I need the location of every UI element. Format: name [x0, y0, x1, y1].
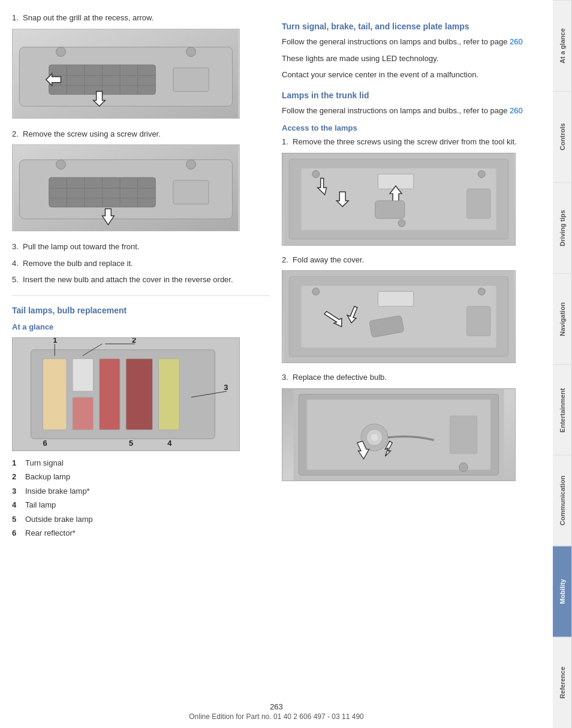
step-5-text: 5. Insert the new bulb and attach the co… — [12, 274, 270, 286]
legend-list: 1 Turn signal 2 Backup lamp 3 Inside bra… — [12, 457, 270, 539]
svg-rect-77 — [450, 416, 477, 454]
svg-text:6: 6 — [43, 439, 47, 448]
divider — [12, 295, 270, 296]
sidebar-tab-entertainment[interactable]: Entertainment — [553, 364, 572, 455]
at-a-glance-image: 1 2 3 6 5 4 — [12, 337, 240, 451]
legend-item-2: 2 Backup lamp — [12, 471, 270, 483]
svg-point-63 — [312, 288, 320, 295]
legend-item-1: 1 Turn signal — [12, 457, 270, 469]
legend-item-3: 3 Inside brake lamp* — [12, 485, 270, 497]
access-step-1-text: 1. Remove the three screws using the scr… — [282, 136, 541, 148]
svg-text:3: 3 — [224, 383, 228, 392]
svg-point-53 — [398, 219, 405, 226]
at-a-glance-heading: At a glance — [12, 322, 270, 331]
svg-point-74 — [371, 433, 378, 441]
sidebar-tab-mobility[interactable]: Mobility — [553, 546, 572, 637]
page-container: 1. Snap out the grill at the recess, arr… — [0, 0, 572, 728]
svg-rect-68 — [467, 306, 490, 336]
svg-rect-35 — [126, 358, 153, 430]
sidebar-tabs: At a glance Controls Driving tips Naviga… — [553, 0, 572, 728]
page-footer: 263 Online Edition for Part no. 01 40 2 … — [0, 702, 553, 721]
svg-point-52 — [478, 170, 485, 177]
svg-rect-32 — [73, 358, 94, 391]
svg-rect-33 — [73, 397, 94, 429]
svg-text:2: 2 — [132, 338, 136, 345]
step-4-text: 4. Remove the bulb and replace it. — [12, 258, 270, 270]
left-column: 1. Snap out the grill at the recess, arr… — [12, 12, 270, 704]
sidebar-tab-communication[interactable]: Communication — [553, 455, 572, 546]
sidebar-tab-driving-tips[interactable]: Driving tips — [553, 182, 572, 273]
right-column: Turn signal, brake, tail, and license pl… — [282, 12, 541, 704]
trunk-image-1 — [282, 153, 516, 246]
access-step-3-text: 3. Replace the defective bulb. — [282, 371, 541, 383]
sidebar-tab-navigation[interactable]: Navigation — [553, 273, 572, 364]
tail-lamps-heading: Tail lamps, bulb replacement — [12, 306, 270, 315]
svg-point-11 — [56, 47, 66, 56]
legend-item-4: 4 Tail lamp — [12, 499, 270, 511]
trunk-image-3 — [282, 388, 516, 481]
turn-signal-body2: These lights are made using LED technolo… — [282, 53, 541, 65]
svg-rect-10 — [173, 68, 209, 91]
svg-rect-62 — [378, 292, 413, 307]
svg-point-12 — [186, 47, 196, 56]
trunk-lid-body: Follow the general instructions on lamps… — [282, 105, 541, 117]
page-number: 263 — [0, 702, 553, 711]
turn-signal-body3: Contact your service center in the event… — [282, 69, 541, 81]
legend-item-6: 6 Rear reflector* — [12, 527, 270, 539]
page-link-2[interactable]: 260 — [510, 106, 523, 115]
access-step-2-text: 2. Fold away the cover. — [282, 254, 541, 266]
turn-signal-body1: Follow the general instructions on lamps… — [282, 36, 541, 48]
svg-rect-34 — [99, 358, 120, 430]
svg-point-64 — [478, 288, 485, 295]
main-content: 1. Snap out the grill at the recess, arr… — [0, 0, 553, 728]
step-1-image — [12, 29, 240, 119]
step-1-text: 1. Snap out the grill at the recess, arr… — [12, 12, 270, 24]
svg-rect-31 — [43, 358, 67, 430]
svg-rect-57 — [375, 200, 405, 218]
step-2-text: 2. Remove the screw using a screw driver… — [12, 128, 270, 140]
svg-text:1: 1 — [53, 338, 57, 345]
trunk-lid-heading: Lamps in the trunk lid — [282, 90, 541, 100]
legend-item-5: 5 Outside brake lamp — [12, 513, 270, 525]
sidebar-tab-reference[interactable]: Reference — [553, 637, 572, 728]
sidebar-tab-at-a-glance[interactable]: At a glance — [553, 0, 572, 91]
page-link-1[interactable]: 260 — [510, 37, 523, 46]
svg-point-78 — [459, 463, 468, 471]
step-2-image — [12, 144, 240, 231]
svg-rect-36 — [158, 358, 179, 430]
trunk-image-2 — [282, 270, 516, 363]
sidebar-tab-controls[interactable]: Controls — [553, 91, 572, 182]
access-heading: Access to the lamps — [282, 123, 541, 132]
svg-point-51 — [312, 170, 320, 177]
svg-rect-25 — [173, 180, 209, 204]
svg-point-26 — [56, 160, 66, 170]
footer-text: Online Edition for Part no. 01 40 2 606 … — [0, 712, 553, 721]
svg-text:4: 4 — [167, 439, 172, 448]
svg-rect-58 — [467, 189, 490, 218]
step-3-text: 3. Pull the lamp out toward the front. — [12, 241, 270, 253]
turn-signal-heading: Turn signal, brake, tail, and license pl… — [282, 22, 541, 31]
svg-point-27 — [186, 160, 196, 170]
svg-text:5: 5 — [129, 439, 133, 448]
